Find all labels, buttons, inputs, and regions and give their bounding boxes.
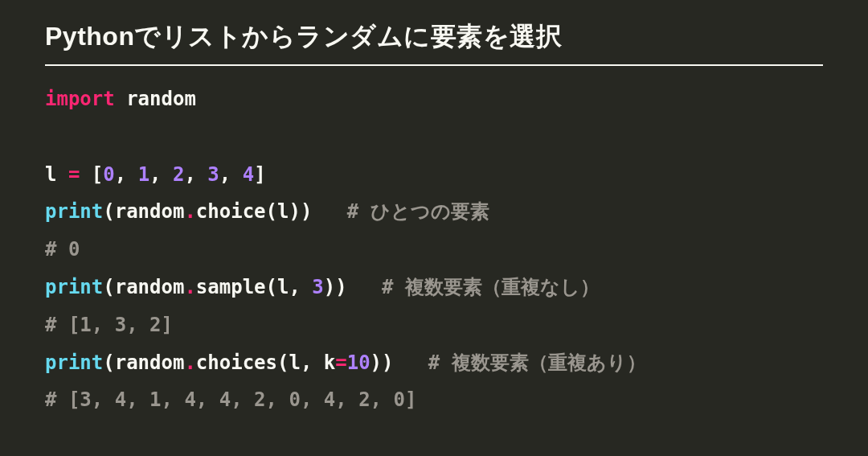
code-token: choices(l, k <box>196 351 335 374</box>
code-token: , <box>149 163 173 186</box>
code-line: # [3, 4, 1, 4, 4, 2, 0, 4, 2, 0] <box>45 388 416 411</box>
code-token: import <box>45 88 115 110</box>
code-token: random <box>115 88 196 110</box>
code-line: l = [0, 1, 2, 3, 4] <box>45 163 266 186</box>
code-token: 4 <box>243 163 254 186</box>
code-token: . <box>184 276 195 298</box>
code-line: print(random.choice(l)) # ひとつの要素 <box>45 200 489 223</box>
code-token: , <box>219 163 243 186</box>
code-token: ] <box>254 163 265 186</box>
code-token: print <box>45 276 103 298</box>
code-token: # 複数要素（重複あり） <box>428 351 646 374</box>
code-token: 10 <box>347 351 371 374</box>
code-token: print <box>45 200 103 223</box>
code-token: print <box>45 351 103 374</box>
code-block: import random l = [0, 1, 2, 3, 4] print(… <box>45 80 823 419</box>
page-title: Pythonでリストからランダムに要素を選択 <box>45 19 823 66</box>
code-token: 3 <box>207 163 219 186</box>
code-token: sample(l, <box>196 276 313 298</box>
code-line: import random <box>45 88 196 110</box>
code-line: print(random.choices(l, k=10)) # 複数要素（重複… <box>45 351 646 374</box>
code-token: (random <box>103 276 184 298</box>
code-token: = <box>335 351 346 374</box>
code-token: 3 <box>312 276 323 298</box>
code-line: print(random.sample(l, 3)) # 複数要素（重複なし） <box>45 276 600 298</box>
page: Pythonでリストからランダムに要素を選択 import random l =… <box>0 0 868 419</box>
code-token: = <box>68 163 80 186</box>
code-line: # [1, 3, 2] <box>45 314 173 336</box>
code-token: [ <box>80 163 103 186</box>
code-token: # [3, 4, 1, 4, 4, 2, 0, 4, 2, 0] <box>45 388 416 411</box>
code-token: (random <box>103 351 184 374</box>
code-token: , <box>115 163 138 186</box>
code-token: (random <box>103 200 184 223</box>
code-token: choice(l)) <box>196 200 347 223</box>
code-token: 2 <box>173 163 184 186</box>
code-token: , <box>184 163 207 186</box>
code-line: # 0 <box>45 238 80 261</box>
code-token: 0 <box>103 163 114 186</box>
code-token: )) <box>324 276 382 298</box>
code-token: . <box>184 200 195 223</box>
code-token: 1 <box>138 163 149 186</box>
code-token: # [1, 3, 2] <box>45 314 173 336</box>
code-token: # 複数要素（重複なし） <box>382 276 600 298</box>
code-token: )) <box>371 351 428 374</box>
code-token: # ひとつの要素 <box>347 200 489 223</box>
code-token: . <box>184 351 195 374</box>
code-token: l <box>45 163 68 186</box>
code-token: # 0 <box>45 238 80 261</box>
